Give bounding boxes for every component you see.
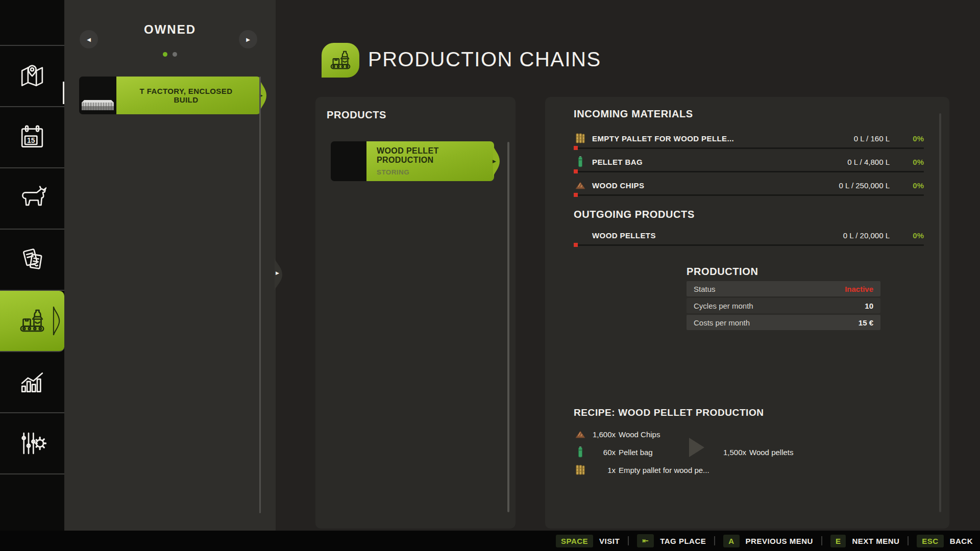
recipe-input-pellet-bag: 60x Pellet bag xyxy=(574,444,653,460)
material-row-wood-chips[interactable]: WOOD CHIPS 0 L / 250,000 L 0% xyxy=(574,178,924,200)
factory-card-body: T FACTORY, ENCLOSED BUILD ▶ xyxy=(116,77,261,114)
factory-name: T FACTORY, ENCLOSED BUILD xyxy=(127,87,246,104)
action-previous-menu[interactable]: A PREVIOUS MENU xyxy=(723,535,813,547)
recipe-name: Pellet bag xyxy=(619,448,653,457)
action-tag-place[interactable]: ⇤ TAG PLACE xyxy=(637,534,706,547)
action-back[interactable]: ESC BACK xyxy=(917,535,973,547)
factory-building-art xyxy=(79,98,116,111)
calendar-day-label: 15 xyxy=(27,136,35,144)
pallet-icon xyxy=(574,464,587,475)
pellet-bag-icon xyxy=(574,156,587,167)
material-name: EMPTY PALLET FOR WOOD PELLE... xyxy=(592,134,734,143)
table-row-status: Status Inactive xyxy=(687,281,880,296)
sidebar-tab-settings[interactable] xyxy=(0,413,64,474)
recipe-qty: 1,600x xyxy=(587,430,616,439)
divider xyxy=(628,536,629,545)
action-label: NEXT MENU xyxy=(852,537,899,545)
products-panel-scrollbar[interactable] xyxy=(507,142,509,512)
key-badge-e: E xyxy=(830,535,846,547)
material-progress-bar xyxy=(574,147,924,149)
material-amount: 0 L / 4,800 L xyxy=(847,158,890,166)
action-label: PREVIOUS MENU xyxy=(746,537,813,545)
progress-marker xyxy=(574,169,578,173)
status-value: Inactive xyxy=(845,285,873,293)
recipe-name: Empty pallet for wood pe... xyxy=(619,466,709,474)
sidebar-tab-contracts[interactable] xyxy=(0,230,64,291)
owned-panel: OWNED ◀ ▶ T FACTORY, ENCLOSED BUILD ▶ xyxy=(64,0,276,531)
owned-factory-item[interactable]: T FACTORY, ENCLOSED BUILD ▶ xyxy=(79,77,261,114)
owned-page-next-button[interactable]: ▶ xyxy=(239,30,257,48)
material-percent: 0% xyxy=(896,181,924,190)
cycles-value: 10 xyxy=(865,302,873,310)
action-label: TAG PLACE xyxy=(660,537,706,545)
factory-thumbnail xyxy=(79,77,116,114)
main-menu-sidebar: 15 xyxy=(0,0,64,531)
key-badge-esc: ESC xyxy=(917,535,943,547)
row-label: Status xyxy=(694,285,716,293)
detail-panel-scrollbar[interactable] xyxy=(939,113,941,512)
material-name: WOOD CHIPS xyxy=(592,181,644,190)
material-name: PELLET BAG xyxy=(592,158,643,166)
action-label: BACK xyxy=(950,537,973,545)
wood-chips-icon xyxy=(574,181,587,190)
row-label: Cycles per month xyxy=(694,302,753,310)
divider xyxy=(714,536,715,545)
pallet-icon xyxy=(574,133,587,144)
recipe-section-title: RECIPE: WOOD PELLET PRODUCTION xyxy=(574,407,764,418)
material-percent: 0% xyxy=(896,158,924,166)
outgoing-products-title: OUTGOING PRODUCTS xyxy=(574,209,695,220)
owned-pagination-dots xyxy=(64,52,276,57)
recipe-input-wood-chips: 1,600x Wood Chips xyxy=(574,427,660,442)
product-status: STORING xyxy=(377,168,479,176)
recipe-name: Wood pellets xyxy=(749,448,793,457)
divider xyxy=(821,536,822,545)
recipe-qty: 60x xyxy=(587,448,616,457)
key-badge-space: SPACE xyxy=(556,535,593,547)
incoming-materials-title: INCOMING MATERIALS xyxy=(574,108,693,120)
material-row-empty-pallet[interactable]: EMPTY PALLET FOR WOOD PELLE... 0 L / 160… xyxy=(574,131,924,153)
sidebar-tab-map[interactable] xyxy=(0,46,64,107)
recipe-qty: 1x xyxy=(587,466,616,474)
pagination-dot-inactive xyxy=(173,52,177,57)
product-thumbnail xyxy=(331,141,366,181)
action-next-menu[interactable]: E NEXT MENU xyxy=(830,535,899,547)
sidebar-tab-calendar[interactable]: 15 xyxy=(0,107,64,168)
products-panel: PRODUCTS WOOD PELLET PRODUCTION STORING … xyxy=(315,97,516,529)
wood-chips-icon xyxy=(574,430,587,439)
recipe-arrow-icon xyxy=(689,438,704,457)
product-name: WOOD PELLET PRODUCTION xyxy=(377,146,479,165)
action-visit[interactable]: SPACE VISIT xyxy=(556,535,620,547)
material-progress-bar xyxy=(574,171,924,172)
sidebar-tab-animals[interactable] xyxy=(0,168,64,230)
material-name: WOOD PELLETS xyxy=(592,231,656,240)
progress-marker xyxy=(574,146,578,150)
sidebar-tab-statistics[interactable] xyxy=(0,352,64,413)
production-detail-panel: INCOMING MATERIALS EMPTY PALLET FOR WOOD… xyxy=(545,97,949,529)
calendar-icon: 15 xyxy=(18,123,46,152)
product-card-body: WOOD PELLET PRODUCTION STORING ▶ xyxy=(366,141,494,181)
material-row-wood-pellets[interactable]: WOOD PELLETS 0 L / 20,000 L 0% xyxy=(574,228,924,250)
owned-page-prev-button[interactable]: ◀ xyxy=(80,30,98,48)
owned-panel-scrollbar[interactable] xyxy=(259,77,261,513)
material-row-pellet-bag[interactable]: PELLET BAG 0 L / 4,800 L 0% xyxy=(574,154,924,177)
progress-marker xyxy=(574,243,578,247)
bottom-action-bar: SPACE VISIT ⇤ TAG PLACE A PREVIOUS MENU … xyxy=(0,531,980,551)
sidebar-tab-production-chains[interactable]: ▶ xyxy=(0,291,64,352)
products-section-title: PRODUCTS xyxy=(327,109,386,121)
recipe-input-empty-pallet: 1x Empty pallet for wood pe... xyxy=(574,462,709,478)
progress-marker xyxy=(574,193,578,197)
product-item-wood-pellet[interactable]: WOOD PELLET PRODUCTION STORING ▶ xyxy=(331,141,494,181)
table-row-cycles: Cycles per month 10 xyxy=(687,298,880,313)
production-section-title: PRODUCTION xyxy=(687,266,758,278)
material-percent: 0% xyxy=(896,231,924,240)
recipe-qty: 1,500x xyxy=(723,448,746,457)
map-icon xyxy=(18,62,46,90)
page-title: PRODUCTION CHAINS xyxy=(368,48,601,71)
contracts-icon xyxy=(18,245,46,274)
key-badge-a: A xyxy=(723,535,739,547)
production-info-table: Status Inactive Cycles per month 10 Cost… xyxy=(687,281,880,332)
recipe-output-wood-pellets: 1,500x Wood pellets xyxy=(723,444,794,460)
material-amount: 0 L / 250,000 L xyxy=(839,181,890,190)
costs-value: 15 € xyxy=(859,318,873,327)
settings-icon xyxy=(18,429,46,458)
